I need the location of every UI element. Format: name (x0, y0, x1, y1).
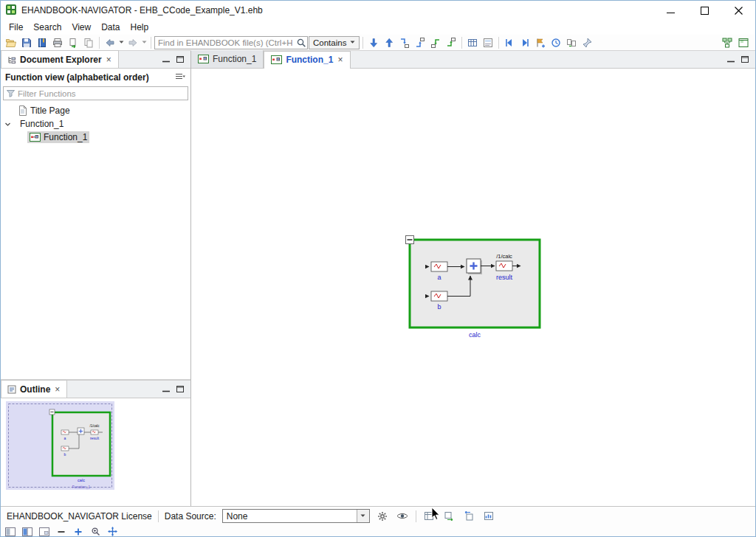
close-button[interactable] (721, 1, 755, 20)
menu-view[interactable]: View (66, 21, 96, 34)
forward-icon[interactable] (126, 35, 140, 50)
back-history-chevron-icon[interactable] (118, 35, 125, 50)
menu-help[interactable]: Help (126, 21, 154, 34)
previous-page-icon[interactable] (502, 35, 517, 50)
close-icon[interactable]: × (106, 55, 112, 65)
zoom-selection-icon[interactable] (89, 526, 101, 537)
fit-view-icon[interactable] (106, 526, 118, 537)
back-icon[interactable] (103, 35, 117, 50)
previous-match-icon[interactable] (382, 35, 396, 50)
menu-data[interactable]: Data (96, 21, 125, 34)
print-icon[interactable] (50, 35, 65, 50)
diagram-canvas[interactable]: /1/calc result a b calc (191, 69, 755, 506)
tree-item-label: Title Page (30, 105, 70, 116)
show-callees-icon[interactable] (444, 35, 458, 50)
next-match-icon[interactable] (366, 35, 381, 50)
collapse-button[interactable] (406, 236, 414, 244)
tree-item-function-1[interactable]: Function_1 (1, 117, 190, 131)
editor-tab-function-1[interactable]: Function_1 (191, 50, 264, 68)
contains-dropdown[interactable]: Contains (309, 36, 360, 49)
chevron-down-icon[interactable] (4, 121, 11, 128)
maximize-panel-icon[interactable] (741, 55, 749, 65)
minimize-button[interactable] (653, 1, 687, 20)
status-bar: EHANDBOOK_NAVIGATOR License Data Source:… (1, 506, 755, 525)
outline-panel-buttons (156, 381, 190, 398)
table-view-icon[interactable] (465, 35, 480, 50)
form-view-icon[interactable] (481, 35, 495, 50)
explorer-tab-bar: Document Explorer × (1, 51, 190, 69)
editor-tab-label: Function_1 (286, 55, 333, 65)
hierarchy-into-icon[interactable] (397, 35, 412, 50)
function-tree: Title Page Function_1 Function_1 (1, 103, 190, 379)
module-view-icon[interactable] (720, 35, 735, 50)
main-area: Document Explorer × Function view (alpha… (1, 51, 755, 506)
chart-icon[interactable] (482, 509, 496, 523)
open-file-icon[interactable] (4, 35, 18, 50)
filter-functions-input[interactable] (18, 89, 185, 98)
toolbar-separator (498, 37, 499, 49)
tab-outline[interactable]: Outline × (1, 380, 67, 398)
view-menu-icon[interactable] (175, 72, 186, 83)
contains-label: Contains (313, 38, 346, 47)
next-page-icon[interactable] (518, 35, 532, 50)
menu-bar: File Search View Data Help (1, 20, 755, 35)
layout-split-icon[interactable] (21, 526, 33, 537)
menu-search[interactable]: Search (28, 21, 66, 34)
combo-dropdown-button[interactable] (357, 510, 369, 522)
filter-box (3, 86, 188, 100)
visibility-icon[interactable] (396, 509, 410, 523)
minimize-panel-icon[interactable] (727, 55, 735, 65)
measurement-table-icon[interactable] (422, 509, 436, 523)
function-block-diagram[interactable]: /1/calc result a b calc (399, 233, 554, 344)
maximize-button[interactable] (687, 1, 721, 20)
data-source-settings-icon[interactable] (376, 509, 390, 523)
export-icon[interactable] (66, 35, 80, 50)
window-title: EHANDBOOK-NAVIGATOR - EHB_CCode_Example_… (21, 5, 263, 15)
compare-icon[interactable] (564, 35, 579, 50)
maximize-panel-icon[interactable] (176, 384, 184, 395)
layout-single-icon[interactable] (4, 526, 16, 537)
app-icon (5, 4, 17, 18)
maximize-panel-icon[interactable] (176, 55, 184, 65)
close-icon[interactable]: × (337, 55, 343, 65)
search-icon[interactable] (295, 35, 307, 50)
filter-icon (7, 89, 15, 97)
window-controls (653, 1, 755, 20)
layout-overview-icon[interactable] (38, 526, 50, 537)
outline-thumbnail-area[interactable]: /1/calc a result b calc Function_1 (1, 398, 190, 505)
app-window: EHANDBOOK-NAVIGATOR - EHB_CCode_Example_… (0, 0, 756, 537)
data-source-combo[interactable]: None (222, 509, 370, 523)
export-data-icon[interactable] (442, 509, 456, 523)
tree-item-title-page[interactable]: Title Page (1, 104, 190, 117)
pin-editor-icon[interactable] (580, 35, 594, 50)
book-icon[interactable] (35, 35, 49, 50)
outline-block-label: calc (78, 478, 85, 482)
forward-history-chevron-icon[interactable] (141, 35, 148, 50)
outline-thumbnail[interactable]: /1/calc a result b calc Function_1 (5, 401, 117, 496)
tab-label: Document Explorer (20, 55, 102, 65)
function-block[interactable] (410, 240, 540, 328)
tab-document-explorer[interactable]: Document Explorer × (1, 50, 119, 68)
input-a-label: a (437, 274, 441, 281)
outline-signal-path: /1/calc (89, 424, 100, 428)
tree-item-function-1-child[interactable]: Function_1 (1, 131, 190, 144)
history-icon[interactable] (549, 35, 563, 50)
minimize-panel-icon[interactable] (162, 384, 170, 395)
import-data-icon[interactable] (462, 509, 476, 523)
save-icon[interactable] (19, 35, 34, 50)
add-bookmark-icon[interactable] (533, 35, 548, 50)
tree-item-label: Function_1 (44, 132, 87, 142)
menu-file[interactable]: File (4, 21, 28, 34)
minimize-panel-icon[interactable] (162, 55, 170, 65)
data-source-value: None (223, 511, 357, 522)
show-callers-icon[interactable] (428, 35, 443, 50)
overview-window-icon[interactable] (736, 35, 751, 50)
hierarchy-out-icon[interactable] (413, 35, 427, 50)
zoom-in-icon[interactable] (72, 526, 84, 537)
copy-page-icon[interactable] (81, 35, 96, 50)
zoom-out-icon[interactable] (55, 526, 67, 537)
close-icon[interactable]: × (54, 384, 61, 395)
find-input[interactable] (155, 38, 295, 47)
editor-tab-function-1-active[interactable]: Function_1 × (264, 51, 351, 69)
bottom-toolbar (1, 525, 755, 537)
